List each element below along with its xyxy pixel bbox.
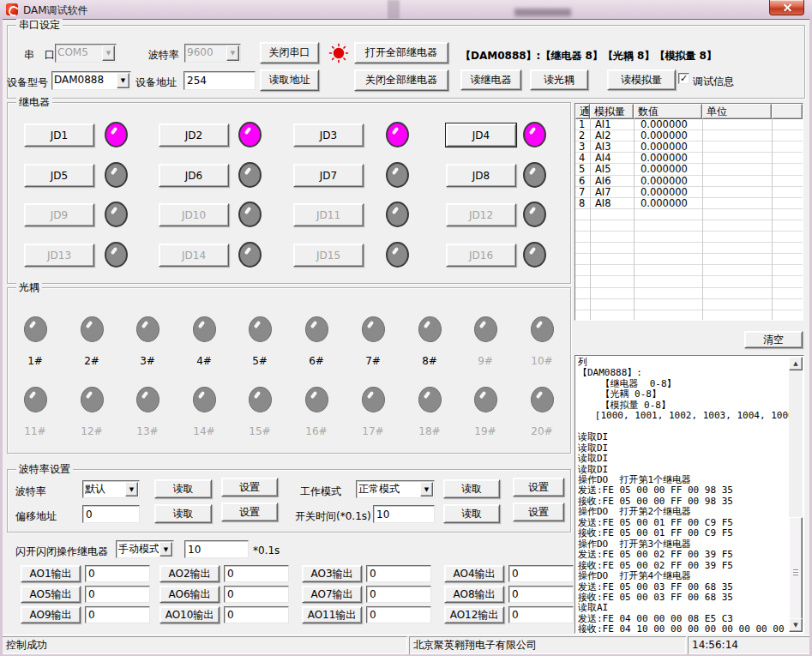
model-combo[interactable]: DAM0888 ▼ [51, 71, 131, 90]
titlebar[interactable]: DAM调试软件 [0, 0, 812, 19]
ao11-value-input[interactable] [366, 606, 431, 623]
relay-jd4-button[interactable]: JD4 [446, 123, 516, 147]
ao-unit: AO10输出 [159, 606, 297, 623]
window-border [0, 19, 3, 654]
scroll-up-icon[interactable]: ▲ [789, 357, 803, 370]
ao7-value-input[interactable] [366, 586, 431, 603]
read-opto-button[interactable]: 读光耦 [530, 69, 588, 90]
relay-jd10-button[interactable]: JD10 [159, 203, 229, 226]
table-row[interactable]: 5AI50.000000 [575, 164, 803, 175]
log-box[interactable]: 列 【DAM0888】: 【继电器 0-8】 【光耦 0-8】 【模拟量 0-8… [574, 355, 804, 634]
table-row[interactable]: 4AI40.000000 [575, 153, 803, 164]
read-relay-button[interactable]: 读继电器 [460, 69, 521, 90]
ao6-value-input[interactable] [224, 586, 289, 603]
baudrate-set-button[interactable]: 设置 [221, 478, 278, 497]
offset-read-button[interactable]: 读取 [154, 504, 212, 523]
baudrate-combo[interactable]: 默认 ▼ [82, 480, 140, 498]
log-scrollbar[interactable]: ▲ ▼ [789, 357, 803, 632]
col-header-unit[interactable]: 单位 [702, 104, 772, 119]
opto-unit: 20# [523, 387, 561, 437]
relay-jd2-button[interactable]: JD2 [159, 123, 229, 147]
ao9-output-button[interactable]: AO9输出 [21, 606, 81, 623]
work-mode-set-button[interactable]: 设置 [513, 478, 564, 497]
opto-7-label: 7# [354, 355, 392, 367]
col-header-blank[interactable] [772, 104, 803, 119]
opto-unit: 12# [73, 387, 111, 437]
relay-jd13-button[interactable]: JD13 [24, 244, 94, 267]
open-all-relays-button[interactable]: 打开全部继电器 [354, 42, 448, 63]
port-combo[interactable]: COM5 ▼ [55, 44, 117, 63]
close-all-relays-button[interactable]: 关闭全部继电器 [354, 69, 448, 91]
model-value: DAM0888 [54, 74, 116, 87]
relay-jd15-button[interactable]: JD15 [293, 244, 364, 267]
ao10-value-input[interactable] [224, 606, 289, 623]
read-analog-button[interactable]: 读模拟量 [607, 69, 676, 90]
work-mode-read-button[interactable]: 读取 [443, 479, 500, 498]
ao4-output-button[interactable]: AO4输出 [444, 565, 504, 582]
relay-jd6-button[interactable]: JD6 [159, 164, 229, 187]
relay-jd4-led [523, 122, 546, 147]
debug-info-checkbox[interactable]: ✓ [678, 73, 689, 84]
ao12-output-button[interactable]: AO12输出 [444, 606, 504, 623]
clear-log-button[interactable]: 清空 [744, 331, 803, 348]
ao2-value-input[interactable] [224, 565, 289, 582]
relay-jd8-button[interactable]: JD8 [446, 164, 516, 187]
relay-jd3-button[interactable]: JD3 [293, 123, 364, 147]
close-button[interactable] [769, 0, 804, 15]
analog-table-body: 1AI10.000000 2AI20.000000 3AI30.000000 4… [575, 119, 803, 320]
work-mode-combo[interactable]: 正常模式 ▼ [356, 480, 435, 498]
opto-4-led [193, 316, 216, 342]
ao1-value-input[interactable] [85, 565, 150, 582]
table-row[interactable]: 2AI20.000000 [575, 130, 803, 141]
table-row[interactable]: 7AI70.000000 [575, 187, 803, 198]
ao3-output-button[interactable]: AO3输出 [302, 565, 362, 582]
offset-addr-input[interactable] [82, 505, 140, 523]
col-header-channel[interactable]: 通 [575, 104, 590, 119]
ao2-output-button[interactable]: AO2输出 [159, 565, 220, 582]
flash-time-input[interactable] [184, 540, 249, 558]
relay-jd12-button[interactable]: JD12 [446, 203, 516, 226]
baud-combo[interactable]: 9600 ▼ [184, 44, 241, 63]
table-row[interactable]: 8AI80.000000 [575, 198, 803, 209]
table-row[interactable]: 3AI30.000000 [575, 141, 803, 153]
table-row[interactable]: 6AI60.000000 [575, 176, 803, 187]
ao7-output-button[interactable]: AO7输出 [302, 586, 362, 603]
relay-jd5-button[interactable]: JD5 [24, 164, 94, 187]
ao5-output-button[interactable]: AO5输出 [21, 586, 81, 603]
ao12-value-input[interactable] [508, 606, 574, 623]
ao5-value-input[interactable] [85, 586, 150, 603]
switch-time-input[interactable] [373, 505, 435, 523]
opto-1-led [24, 316, 47, 342]
ao11-output-button[interactable]: AO11输出 [302, 606, 362, 623]
ao3-value-input[interactable] [366, 565, 431, 582]
relay-jd9-button[interactable]: JD9 [24, 203, 94, 226]
relay-jd14-button[interactable]: JD14 [159, 244, 229, 267]
relay-jd16-button[interactable]: JD16 [446, 244, 516, 267]
ao9-value-input[interactable] [85, 606, 150, 623]
baudrate-read-button[interactable]: 读取 [154, 479, 212, 498]
ao10-output-button[interactable]: AO10输出 [159, 606, 220, 623]
col-header-value[interactable]: 数值 [634, 104, 702, 119]
read-addr-button[interactable]: 读取地址 [260, 69, 319, 91]
scroll-down-icon[interactable]: ▼ [789, 618, 803, 632]
ao8-output-button[interactable]: AO8输出 [444, 586, 504, 603]
ao1-output-button[interactable]: AO1输出 [21, 565, 81, 582]
relay-unit: JD3 [293, 122, 413, 148]
relay-jd11-button[interactable]: JD11 [293, 203, 364, 226]
col-header-analog[interactable]: 模拟量 [590, 104, 634, 119]
close-port-button[interactable]: 关闭串口 [260, 42, 319, 63]
ao8-value-input[interactable] [508, 586, 574, 603]
switch-time-set-button[interactable]: 设置 [513, 503, 564, 521]
relay-group-label: 继电器 [16, 96, 52, 108]
ao4-value-input[interactable] [508, 565, 574, 582]
offset-set-button[interactable]: 设置 [221, 503, 278, 521]
ao6-output-button[interactable]: AO6输出 [159, 586, 220, 603]
flash-mode-combo[interactable]: 手动模式 ▼ [116, 540, 174, 558]
relay-jd1-button[interactable]: JD1 [24, 123, 94, 147]
relay-jd7-button[interactable]: JD7 [293, 164, 364, 187]
switch-time-read-button[interactable]: 读取 [443, 504, 500, 523]
addr-input[interactable] [183, 71, 256, 90]
opto-unit: 4# [185, 316, 223, 367]
scrollbar-thumb[interactable] [789, 517, 803, 629]
table-row[interactable]: 1AI10.000000 [575, 119, 803, 130]
